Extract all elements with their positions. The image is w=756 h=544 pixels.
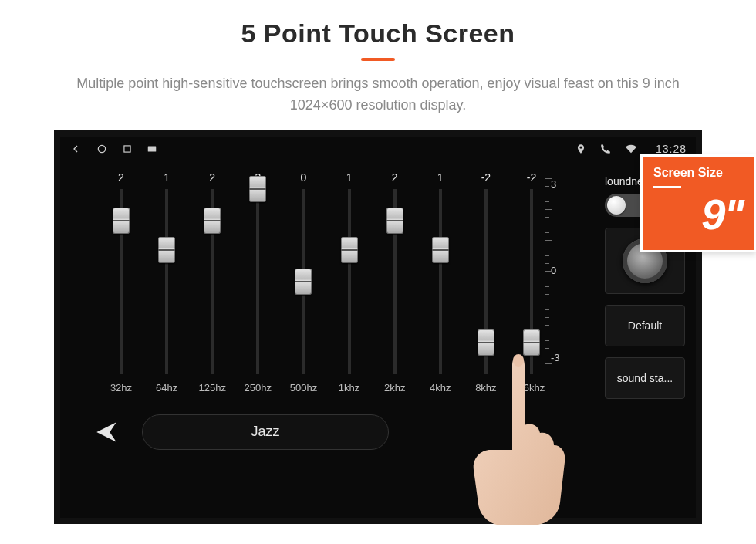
device-frame: 13:28 232hz164hz2125hz3250hz0500hz11khz2…: [54, 130, 702, 524]
eq-slider[interactable]: 11khz: [332, 169, 367, 394]
badge-title: Screen Size: [653, 166, 743, 180]
default-button[interactable]: Default: [605, 305, 685, 346]
slider-thumb[interactable]: [113, 208, 130, 234]
slider-thumb[interactable]: [341, 237, 358, 263]
slider-label: 500hz: [290, 382, 317, 394]
slider-value: 1: [346, 169, 353, 186]
slider-track: [256, 189, 259, 374]
location-icon: [575, 144, 586, 154]
slider-value: 2: [209, 169, 215, 186]
slider-value: 2: [118, 169, 124, 186]
preset-label: Jazz: [251, 424, 279, 440]
slider-label: 250hz: [245, 382, 272, 394]
slider-track: [211, 189, 214, 374]
slider-label: 64hz: [156, 382, 177, 394]
svg-point-0: [98, 145, 105, 152]
slider-label: 1khz: [339, 382, 359, 394]
recent-icon[interactable]: [122, 144, 133, 154]
badge-underline: [653, 186, 681, 188]
slider-label: 16khz: [518, 382, 545, 394]
slider-track: [393, 189, 397, 374]
eq-slider[interactable]: 14khz: [423, 169, 458, 394]
slider-thumb[interactable]: [204, 208, 221, 234]
eq-slider[interactable]: -28khz: [468, 169, 504, 394]
slider-track: [439, 189, 442, 374]
slider-label: 32hz: [110, 382, 132, 394]
eq-slider[interactable]: 2125hz: [194, 169, 230, 394]
scale-max: 3: [551, 178, 556, 190]
slider-thumb[interactable]: [158, 237, 175, 263]
slider-value: 0: [301, 169, 307, 186]
slider-thumb[interactable]: [386, 208, 403, 234]
svg-rect-1: [124, 146, 130, 152]
eq-scale: 3 0 -3: [551, 178, 577, 363]
eq-slider[interactable]: 0500hz: [285, 169, 321, 394]
slider-label: 2khz: [384, 382, 405, 394]
slider-track: [348, 189, 351, 374]
toggle-knob: [607, 196, 626, 215]
status-bar: 13:28: [60, 137, 696, 161]
slider-track: [530, 189, 533, 374]
scale-min: -3: [551, 352, 560, 363]
slider-value: -2: [527, 169, 536, 186]
app-icon[interactable]: [147, 144, 157, 154]
page-description: Multiple point high-sensitive touchscree…: [54, 73, 702, 117]
back-icon[interactable]: [69, 143, 82, 155]
eq-slider[interactable]: 164hz: [149, 169, 184, 394]
slider-value: 1: [164, 169, 170, 186]
equalizer-panel: 232hz164hz2125hz3250hz0500hz11khz22khz14…: [60, 161, 594, 518]
slider-thumb[interactable]: [523, 329, 540, 356]
title-underline: [361, 58, 395, 61]
eq-slider[interactable]: 232hz: [103, 169, 139, 394]
slider-value: 1: [437, 169, 444, 186]
badge-value: 9": [653, 193, 743, 236]
slider-thumb[interactable]: [432, 237, 449, 263]
svg-rect-2: [148, 146, 157, 151]
page-title: 5 Point Touch Screen: [0, 19, 756, 49]
slider-label: 8khz: [475, 382, 496, 394]
slider-thumb[interactable]: [478, 329, 494, 356]
sound-stage-button[interactable]: sound sta...: [605, 357, 685, 399]
slider-track: [484, 189, 488, 374]
status-time: 13:28: [656, 143, 687, 155]
slider-track: [165, 189, 168, 374]
home-icon[interactable]: [96, 143, 108, 155]
eq-slider[interactable]: 22khz: [377, 169, 413, 394]
preset-selector[interactable]: Jazz: [142, 414, 389, 450]
back-button[interactable]: [89, 415, 123, 449]
slider-value: -2: [481, 169, 491, 186]
slider-value: 2: [392, 169, 398, 186]
slider-track: [302, 189, 305, 374]
slider-track: [120, 189, 123, 374]
phone-icon: [600, 144, 611, 154]
screen-size-badge: Screen Size 9": [640, 154, 756, 252]
slider-label: 125hz: [199, 382, 226, 394]
slider-label: 4khz: [430, 382, 451, 394]
slider-thumb[interactable]: [249, 176, 266, 202]
eq-slider[interactable]: 3250hz: [240, 169, 275, 394]
slider-thumb[interactable]: [295, 269, 312, 295]
wifi-icon: [625, 144, 637, 154]
